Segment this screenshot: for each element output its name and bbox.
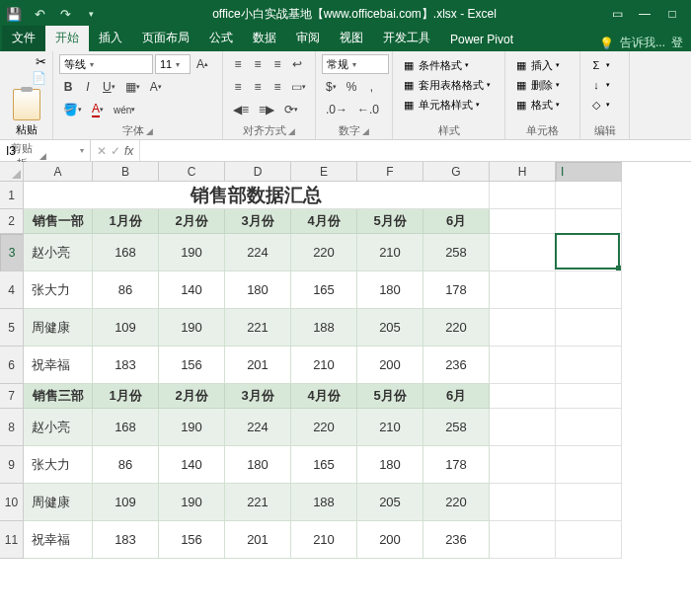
row-header[interactable]: 3 [0, 234, 24, 271]
cell[interactable]: 221 [225, 309, 291, 346]
insert-cells-button[interactable]: ▦插入▾ [511, 56, 574, 74]
cell[interactable]: 210 [291, 346, 357, 384]
cell[interactable] [490, 484, 556, 521]
cell[interactable]: 188 [291, 309, 357, 346]
row-header[interactable]: 1 [0, 182, 24, 209]
cell[interactable]: 6月 [423, 384, 490, 409]
cell[interactable]: 205 [357, 484, 423, 521]
worksheet-grid[interactable]: ABCDEFGHI 1234567891011 销售部数据汇总销售一部1月份2月… [0, 162, 691, 616]
cell[interactable]: 180 [357, 271, 423, 309]
row-header[interactable]: 10 [0, 484, 24, 521]
fill-button[interactable]: ↓▾ [586, 76, 623, 94]
tab-4[interactable]: 数据 [243, 26, 286, 51]
align-right-icon[interactable]: ≡ [269, 77, 286, 97]
cell[interactable]: 210 [357, 234, 423, 271]
cell[interactable] [490, 409, 556, 446]
autosum-button[interactable]: Σ▾ [586, 56, 623, 74]
cell[interactable]: 6月 [423, 209, 490, 234]
align-top-icon[interactable]: ≡ [229, 54, 247, 74]
cell[interactable] [490, 271, 556, 309]
undo-icon[interactable]: ↶ [30, 4, 49, 24]
tab-6[interactable]: 视图 [330, 26, 373, 51]
cell[interactable]: 220 [423, 484, 490, 521]
cell[interactable] [490, 234, 556, 271]
cell[interactable] [556, 234, 622, 271]
save-icon[interactable]: 💾 [4, 4, 24, 24]
cell-styles-button[interactable]: ▦单元格样式▾ [399, 96, 499, 114]
column-header[interactable]: D [225, 162, 291, 182]
enter-formula-icon[interactable]: ✓ [111, 144, 120, 158]
cell[interactable] [556, 446, 622, 484]
tab-file[interactable]: 文件 [2, 26, 45, 51]
cell[interactable] [556, 346, 622, 384]
cancel-formula-icon[interactable]: ✕ [97, 144, 107, 158]
row-header[interactable]: 7 [0, 384, 24, 409]
cell[interactable] [556, 209, 622, 234]
cell[interactable]: 201 [225, 346, 291, 384]
clear-button[interactable]: ◇▾ [586, 96, 623, 114]
cell[interactable]: 祝幸福 [24, 346, 93, 384]
column-header[interactable]: E [291, 162, 357, 182]
cell[interactable]: 183 [93, 346, 159, 384]
underline-button[interactable]: U▾ [99, 77, 119, 97]
cell[interactable]: 周健康 [24, 309, 93, 346]
cell[interactable]: 销售一部 [24, 209, 93, 234]
row-header[interactable]: 9 [0, 446, 24, 484]
border-button[interactable]: ▦▾ [121, 77, 144, 97]
conditional-format-button[interactable]: ▦条件格式▾ [399, 56, 499, 74]
tab-7[interactable]: 开发工具 [373, 26, 440, 51]
column-header[interactable]: F [357, 162, 423, 182]
format-table-button[interactable]: ▦套用表格格式▾ [399, 76, 499, 94]
cell[interactable]: 200 [357, 521, 423, 559]
cell[interactable]: 221 [225, 484, 291, 521]
cell[interactable]: 190 [159, 409, 225, 446]
select-all-corner[interactable] [0, 162, 24, 182]
column-header[interactable]: G [423, 162, 490, 182]
cell[interactable]: 赵小亮 [24, 234, 93, 271]
tab-8[interactable]: Power Pivot [440, 29, 523, 51]
cell[interactable]: 销售部数据汇总 [24, 182, 490, 209]
cell[interactable]: 5月份 [357, 209, 423, 234]
cell[interactable]: 5月份 [357, 384, 423, 409]
cell[interactable]: 1月份 [93, 209, 159, 234]
cell[interactable]: 168 [93, 409, 159, 446]
decrease-indent-icon[interactable]: ◀≡ [229, 100, 253, 119]
cell[interactable]: 2月份 [159, 384, 225, 409]
cell[interactable] [490, 384, 556, 409]
cell[interactable]: 86 [93, 446, 159, 484]
row-header[interactable]: 11 [0, 521, 24, 559]
fill-color-button[interactable]: 🪣▾ [59, 100, 86, 119]
cell[interactable]: 201 [225, 521, 291, 559]
cell[interactable]: 205 [357, 309, 423, 346]
row-header[interactable]: 4 [0, 271, 24, 309]
cell[interactable]: 109 [93, 484, 159, 521]
cell[interactable]: 258 [423, 409, 490, 446]
tab-5[interactable]: 审阅 [286, 26, 330, 51]
align-bottom-icon[interactable]: ≡ [269, 54, 286, 74]
cell[interactable]: 销售三部 [24, 384, 93, 409]
percent-button[interactable]: % [343, 77, 361, 97]
decrease-font-icon[interactable]: A▾ [146, 77, 166, 97]
cell[interactable]: 183 [93, 521, 159, 559]
name-box[interactable]: I3▾ [0, 140, 91, 161]
align-dialog-icon[interactable]: ◢ [288, 126, 295, 136]
row-header[interactable]: 5 [0, 309, 24, 346]
tab-2[interactable]: 页面布局 [132, 26, 199, 51]
phonetic-button[interactable]: wén▾ [110, 100, 139, 119]
tab-0[interactable]: 开始 [45, 26, 89, 51]
comma-button[interactable]: , [362, 77, 380, 97]
cell[interactable] [556, 521, 622, 559]
cell[interactable]: 赵小亮 [24, 409, 93, 446]
cell[interactable]: 165 [291, 271, 357, 309]
wrap-text-button[interactable]: ↩ [288, 54, 306, 74]
cell[interactable] [556, 409, 622, 446]
qat-more-icon[interactable]: ▾ [81, 4, 101, 24]
column-header[interactable]: A [24, 162, 93, 182]
cell[interactable]: 236 [423, 521, 490, 559]
cell[interactable]: 178 [423, 271, 490, 309]
tell-me[interactable]: 告诉我... [620, 35, 665, 51]
cell[interactable]: 109 [93, 309, 159, 346]
cell[interactable] [556, 484, 622, 521]
align-center-icon[interactable]: ≡ [249, 77, 267, 97]
tab-3[interactable]: 公式 [199, 26, 243, 51]
